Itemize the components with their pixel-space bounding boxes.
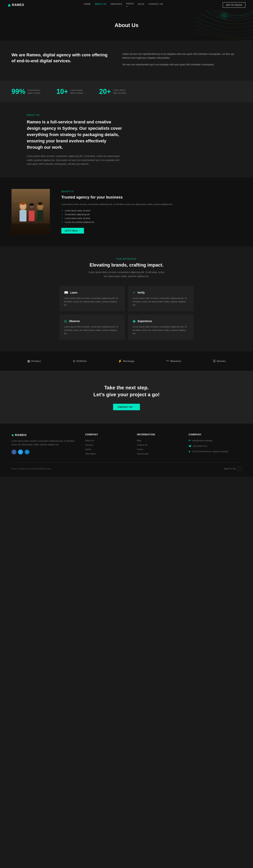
nav-pages[interactable]: PAGES	[126, 2, 134, 5]
svg-rect-12	[29, 211, 34, 221]
stat-desc-2: Lorem ipsum dolor sit amet	[70, 89, 88, 95]
benefits-label: BENEFITS	[61, 190, 242, 192]
footer-grid: RAMEO Lorem ipsum dolor sit amet, consec…	[11, 433, 242, 457]
footer-desc: Lorem ipsum dolor sit amet, consectetur …	[11, 439, 77, 446]
benefit-item-3: ✓Lorem ipsum dolor sit amet	[61, 216, 242, 220]
experience-icon: ◉	[133, 319, 136, 323]
logo-text: RAMEO	[12, 3, 24, 7]
approach-section: OUR APPROACH Elevating brands, crafting …	[0, 246, 253, 351]
approach-desc: Lorem ipsum dolor sit amet, consectetur …	[88, 270, 165, 278]
approach-grid: 📖 Learn Lorem ipsum dolor sit amet, cons…	[59, 286, 194, 340]
facebook-button[interactable]: f	[11, 450, 17, 455]
footer-logo: RAMEO	[11, 433, 77, 436]
stat-number-1: 99%	[11, 88, 25, 96]
nav-blog[interactable]: BLOG	[138, 3, 144, 5]
footer-phone-item: ☎ (02) 6445 6721	[189, 444, 242, 448]
learn-title: Learn	[70, 291, 77, 294]
brand-pinpoint: ⊙ PinPoint	[73, 359, 87, 363]
brand-product-name: Product.	[31, 360, 41, 363]
nav-home[interactable]: HOME	[84, 3, 91, 5]
twitter-button[interactable]: t	[18, 450, 23, 455]
verify-title: Verify	[137, 291, 145, 294]
pinpoint-icon: ⊙	[73, 359, 75, 363]
brand-ebooks: ☰ Ebooks	[213, 359, 226, 363]
full-service-label: ABOUT US	[27, 114, 242, 116]
svg-rect-5	[13, 200, 29, 202]
footer-col1-title: COMPANY	[85, 433, 129, 436]
back-to-top-arrow-icon: ↑	[237, 466, 242, 471]
product-icon: ▣	[27, 359, 30, 363]
footer-credit: Rameo Template Kit Created By Moltak Stu…	[11, 468, 51, 470]
approach-card-experience: ◉ Experience Lorem ipsum dolor sit amet,…	[128, 314, 194, 340]
footer-info-links: Blog Contact Us Career Testimonials	[137, 439, 181, 455]
benefits-list: ✓Lorem ipsum dolor sit amet ✓Consectetur…	[61, 209, 242, 224]
navbar: RAMEO HOME ABOUT US SERVICES PAGES▾ BLOG…	[0, 0, 253, 10]
linkedin-button[interactable]: in	[25, 450, 30, 455]
experience-desc: Lorem ipsum dolor sit amet, consectetur …	[133, 325, 189, 335]
phone-icon: ☎	[189, 445, 191, 447]
brand-product: ▣ Product.	[27, 359, 41, 363]
nav-services[interactable]: SERVICES	[110, 3, 122, 5]
learn-icon: 📖	[64, 290, 68, 295]
benefit-item-2: ✓Consectetur adipiscing elit	[61, 213, 242, 216]
back-to-top-button[interactable]: Back To Top ↑	[224, 466, 242, 471]
hero-section: About Us	[0, 10, 253, 41]
footer-col-contact: COMPANY ✉ hello@rameo.website ☎ (02) 644…	[189, 433, 242, 457]
benefits-desc: Lorem ipsum dolor sit amet, consectetur …	[61, 203, 242, 206]
svg-rect-8	[20, 210, 27, 221]
ebooks-icon: ☰	[213, 359, 216, 363]
svg-rect-19	[37, 210, 43, 221]
brand-waveless-name: Waveless	[170, 360, 182, 363]
footer-link-blog: Blog	[137, 439, 181, 442]
footer-company-links: About Us Services Works Information	[85, 439, 129, 455]
brand-waveless: 〜 Waveless	[166, 359, 182, 363]
brand-ebooks-name: Ebooks	[217, 360, 226, 363]
footer-col3-title: COMPANY	[189, 433, 242, 436]
footer-col-about: RAMEO Lorem ipsum dolor sit amet, consec…	[11, 433, 77, 457]
approach-heading: Elevating brands, crafting impact.	[8, 262, 245, 268]
cta-section: Take the next step. Let's give your proj…	[0, 371, 253, 424]
card-header-experience: ◉ Experience	[133, 319, 189, 323]
full-service-para: Lorem ipsum dolor sit amet, consectetur …	[27, 154, 123, 166]
footer-col-information: INFORMATION Blog Contact Us Career Testi…	[137, 433, 181, 457]
about-para-1: Autem vel eum iure reprehenderit qui in …	[122, 52, 242, 60]
nav-logo: RAMEO	[8, 3, 24, 7]
lets-talk-button[interactable]: LET'S TALK →	[61, 228, 84, 234]
footer-link-about: About Us	[85, 439, 129, 442]
cta-heading: Take the next step. Let's give your proj…	[8, 384, 245, 398]
learn-desc: Lorem ipsum dolor sit amet, consectetur …	[64, 297, 120, 307]
stat-desc-3: Lorem ipsum dolor sit amet	[113, 89, 130, 95]
footer-col2-title: INFORMATION	[137, 433, 181, 436]
stat-item-3: 20+ Lorem ipsum dolor sit amet	[99, 88, 130, 96]
observe-icon: ◎	[64, 319, 67, 323]
get-in-touch-button[interactable]: GET IN TOUCH	[223, 2, 245, 8]
benefits-image	[11, 189, 50, 235]
contact-us-button[interactable]: CONTACT US →	[113, 404, 140, 410]
cta-line1: Take the next step.	[104, 385, 149, 391]
about-intro-heading: We are Rameo, digital agency with core o…	[11, 52, 111, 64]
footer-email: hello@rameo.website	[192, 439, 212, 442]
verify-desc: Lorem ipsum dolor sit amet, consectetur …	[133, 297, 189, 307]
about-intro-left: We are Rameo, digital agency with core o…	[11, 52, 111, 69]
recharge-icon: ⚡	[118, 359, 122, 363]
approach-card-verify: ✓ Verify Lorem ipsum dolor sit amet, con…	[128, 286, 194, 311]
footer-address: 12/56 Grand Avenue, Sydney Australia	[192, 450, 228, 453]
footer: RAMEO Lorem ipsum dolor sit amet, consec…	[0, 424, 253, 477]
cta-line2: Let's give your project a go!	[93, 392, 160, 397]
hero-decoration	[195, 10, 253, 41]
svg-point-17	[29, 203, 34, 206]
footer-socials: f t in	[11, 450, 77, 455]
footer-address-item: ◈ 12/56 Grand Avenue, Sydney Australia	[189, 450, 242, 453]
svg-point-10	[21, 202, 26, 205]
footer-link-services: Services	[85, 443, 129, 446]
footer-link-information: Information	[85, 452, 129, 455]
email-icon: ✉	[189, 439, 191, 442]
nav-contact[interactable]: CONTACT US	[149, 3, 163, 5]
footer-email-item: ✉ hello@rameo.website	[189, 439, 242, 442]
benefit-item-1: ✓Lorem ipsum dolor sit amet	[61, 209, 242, 213]
about-intro-right: Autem vel eum iure reprehenderit qui in …	[122, 52, 242, 69]
stat-desc-1: Lorem ipsum dolor sit amet	[28, 89, 45, 95]
back-to-top-label: Back To Top	[224, 468, 236, 470]
nav-about[interactable]: ABOUT US	[95, 3, 106, 5]
card-header-verify: ✓ Verify	[133, 290, 189, 295]
